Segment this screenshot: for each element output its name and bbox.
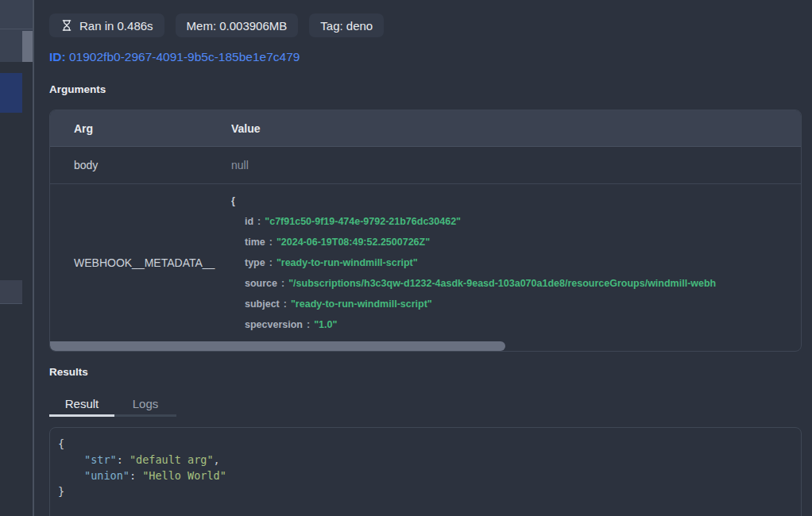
result-line-union: "union": "Hello World" — [58, 468, 793, 483]
runtime-badge-label: Ran in 0.486s — [79, 19, 153, 33]
tag-badge-label: Tag: deno — [320, 19, 373, 33]
job-id-line: ID: 01902fb0-2967-4091-9b5c-185be1e7c479 — [49, 50, 300, 64]
result-open-brace: { — [58, 436, 793, 452]
memory-badge-label: Mem: 0.003906MB — [187, 19, 288, 33]
column-header-value: Value — [231, 122, 801, 135]
json-entry-type: type:"ready-to-run-windmill-script" — [231, 252, 801, 273]
webhook-metadata-json: { id:"c7f91c50-9f19-474e-9792-21b76dc304… — [231, 184, 801, 341]
result-line-str: "str": "default arg", — [58, 452, 793, 468]
results-tabs: Result Logs — [49, 392, 176, 417]
sidebar-row-fragment — [0, 280, 22, 304]
json-entry-specversion: specversion:"1.0" — [231, 314, 801, 335]
arguments-section-title: Arguments — [49, 83, 106, 95]
hourglass-icon — [60, 19, 73, 32]
job-id-label: ID: — [49, 50, 66, 64]
arguments-table-header: Arg Value — [50, 110, 801, 147]
arguments-table: Arg Value body null WEBHOOK__METADATA__ … — [49, 110, 802, 352]
table-row-webhook-metadata: WEBHOOK__METADATA__ { id:"c7f91c50-9f19-… — [50, 184, 801, 341]
column-header-arg: Arg — [50, 122, 231, 135]
arg-value-null: null — [231, 159, 801, 171]
open-brace: { — [231, 195, 235, 206]
run-stats-row: Ran in 0.486s Mem: 0.003906MB Tag: deno — [49, 13, 384, 37]
json-entry-id: id:"c7f91c50-9f19-474e-9792-21b76dc30462… — [231, 211, 801, 232]
horizontal-scrollbar-thumb[interactable] — [50, 341, 505, 351]
arg-name-webhook-metadata: WEBHOOK__METADATA__ — [50, 184, 231, 341]
result-close-brace: } — [58, 483, 793, 499]
tab-result[interactable]: Result — [49, 392, 114, 417]
table-row-body: body null — [50, 147, 801, 184]
json-entry-source: source:"/subscriptions/h3c3qw-d1232-4asd… — [231, 273, 801, 294]
memory-badge: Mem: 0.003906MB — [176, 13, 299, 37]
background-sidebar — [0, 0, 33, 516]
json-entry-subject: subject:"ready-to-run-windmill-script" — [231, 294, 801, 314]
job-id-value[interactable]: 01902fb0-2967-4091-9b5c-185be1e7c479 — [69, 50, 300, 64]
sidebar-scrollbar-thumb — [22, 31, 33, 62]
drawer-left-edge — [33, 0, 34, 516]
json-entry-time: time:"2024-06-19T08:49:52.2500726Z" — [231, 232, 801, 252]
sidebar-topbar-divider — [0, 29, 33, 29]
runtime-badge: Ran in 0.486s — [49, 13, 164, 37]
sidebar-selected-row-fragment — [0, 73, 22, 113]
tab-logs[interactable]: Logs — [114, 392, 176, 417]
results-section-title: Results — [49, 366, 88, 378]
result-json-panel: { "str": "default arg", "union": "Hello … — [49, 427, 802, 516]
table-horizontal-scrollbar[interactable] — [50, 341, 801, 351]
tag-badge: Tag: deno — [309, 13, 384, 37]
arg-name-body: body — [50, 159, 231, 171]
